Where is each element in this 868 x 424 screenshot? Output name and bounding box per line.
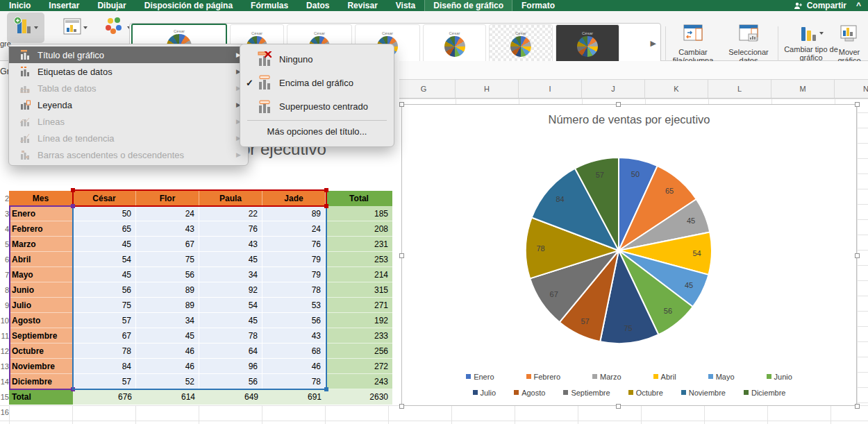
chart-style-thumbnail-5[interactable]: César [423,24,486,63]
cell-value[interactable]: 43 [136,221,199,237]
cell-value[interactable]: 43 [199,237,262,252]
cell-value[interactable]: 56 [262,313,326,328]
column-header-G[interactable]: G [392,80,456,98]
cell-value[interactable]: 52 [136,374,199,389]
cell-value[interactable]: 89 [262,206,326,221]
tab-disposici-n-de-p-gina[interactable]: Disposición de página [135,0,242,11]
column-header-J[interactable]: J [582,80,645,98]
cell-value[interactable]: 79 [262,267,326,282]
cell-month[interactable]: Agosto [9,313,73,328]
legend-item-septiembre[interactable]: Septiembre [563,389,610,397]
cell-row-total[interactable]: 271 [326,298,392,313]
add-chart-element-button[interactable] [7,12,44,43]
table-header-césar[interactable]: César [73,191,136,206]
legend-item-octubre[interactable]: Octubre [628,389,663,397]
column-header-L[interactable]: L [708,80,771,98]
row-header-4[interactable]: 4 [0,221,9,237]
cell-row-total[interactable]: 233 [326,328,392,344]
row-header-17[interactable]: 17 [0,420,9,424]
chart-handle[interactable] [616,102,621,107]
menu-item-líneas[interactable]: Líneas▶ [9,113,248,130]
cell-value[interactable]: 56 [136,267,199,282]
cell-value[interactable]: 45 [73,237,136,252]
tab-vista[interactable]: Vista [387,0,424,11]
table-header-jade[interactable]: Jade [262,191,326,206]
cell-month[interactable]: Febrero [9,221,73,237]
cell-month[interactable]: Junio [9,282,73,298]
cell-total-label[interactable]: Total [9,389,73,405]
cell-value[interactable]: 75 [73,298,136,313]
cell-month[interactable]: Noviembre [9,359,73,374]
row-header-7[interactable]: 7 [0,267,9,282]
row-header-2[interactable]: 2 [0,191,9,206]
cell-value[interactable]: 64 [199,344,262,359]
menu-item-título-del-gráfico[interactable]: Título del gráfico▶ [9,46,248,63]
cell-row-total[interactable]: 243 [326,374,392,389]
row-header-13[interactable]: 13 [0,359,9,374]
row-header-3[interactable]: 3 [0,206,9,221]
chart-handle[interactable] [855,102,860,107]
cell-value[interactable]: 57 [73,313,136,328]
cell-value[interactable]: 46 [136,359,199,374]
switch-row-column-button[interactable]: Cambiar fila/columna [667,24,719,65]
submenu-item-superpuesto-centrado[interactable]: Superpuesto centrado [240,94,394,118]
cell-value[interactable]: 54 [199,298,262,313]
legend-item-diciembre[interactable]: Diciembre [744,389,786,397]
cell-value[interactable]: 57 [73,374,136,389]
tab-insertar[interactable]: Insertar [40,0,88,11]
cell-col-total[interactable]: 676 [73,389,136,405]
menu-item-etiquetas-de-datos[interactable]: Etiquetas de datos▶ [9,63,248,80]
cell-value[interactable]: 45 [136,328,199,344]
row-header-8[interactable]: 8 [0,282,9,298]
data-table[interactable]: MesCésarFlorPaulaJadeTotalEnero502422891… [9,191,392,405]
cell-value[interactable]: 67 [136,237,199,252]
cell-value[interactable]: 76 [199,221,262,237]
cell-month[interactable]: Octubre [9,344,73,359]
column-header-H[interactable]: H [456,80,519,98]
cell-value[interactable]: 78 [199,328,262,344]
cell-value[interactable]: 53 [262,298,326,313]
move-chart-button[interactable]: Mover gráfico [831,24,868,65]
tab-inicio[interactable]: Inicio [0,0,40,11]
cell-value[interactable]: 75 [136,252,199,267]
chart-legend[interactable]: EneroFebreroMarzoAbrilMayoJunio JulioAgo… [402,368,856,400]
cell-row-total[interactable]: 253 [326,252,392,267]
table-header-flor[interactable]: Flor [136,191,199,206]
row-header-14[interactable]: 14 [0,374,9,389]
cell-row-total[interactable]: 192 [326,313,392,328]
row-header-12[interactable]: 12 [0,344,9,359]
cell-month[interactable]: Mayo [9,267,73,282]
chart-handle[interactable] [855,404,860,409]
cell-month[interactable]: Enero [9,206,73,221]
chart-style-thumbnail-7[interactable]: César [556,24,619,63]
share-button[interactable]: Compartir ^ [794,1,868,10]
cell-value[interactable]: 46 [262,359,326,374]
cell-value[interactable]: 78 [73,344,136,359]
column-header-I[interactable]: I [519,80,582,98]
cell-month[interactable]: Abril [9,252,73,267]
submenu-item-encima-del-gráfico[interactable]: ✓Encima del gráfico [240,71,394,94]
cell-row-total[interactable]: 208 [326,221,392,237]
tab-formato[interactable]: Formato [512,0,564,11]
pie-plot[interactable]: 506545544556755767788457 [402,105,856,405]
cell-value[interactable]: 84 [73,359,136,374]
legend-item-enero[interactable]: Enero [466,373,494,381]
cell-col-total[interactable]: 614 [136,389,199,405]
cell-month[interactable]: Septiembre [9,328,73,344]
chart-handle[interactable] [855,253,860,258]
row-header-16[interactable]: 16 [0,405,9,420]
chart-handle[interactable] [399,253,404,258]
collapse-ribbon-icon[interactable]: ^ [856,1,861,10]
legend-item-marzo[interactable]: Marzo [592,373,621,381]
cell-row-total[interactable]: 214 [326,267,392,282]
row-header-5[interactable]: 5 [0,237,9,252]
cell-value[interactable]: 43 [262,328,326,344]
legend-item-agosto[interactable]: Agosto [514,389,545,397]
cell-value[interactable]: 24 [136,206,199,221]
cell-value[interactable]: 45 [199,313,262,328]
row-header-15[interactable]: 15 [0,389,9,405]
cell-value[interactable]: 78 [262,374,326,389]
cell-value[interactable]: 96 [199,359,262,374]
cell-col-total[interactable]: 691 [262,389,326,405]
quick-layout-button[interactable] [56,15,94,40]
